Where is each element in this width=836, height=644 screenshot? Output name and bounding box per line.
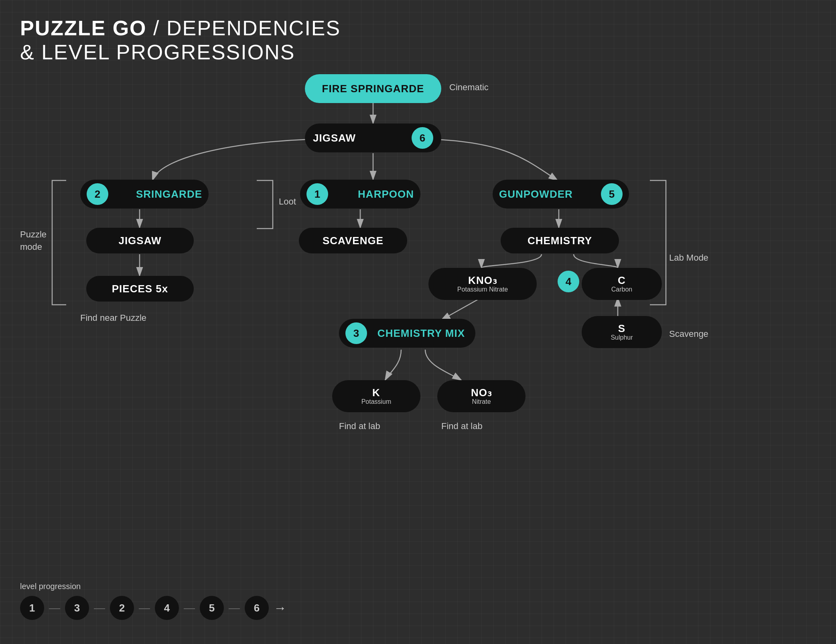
- sringarde-badge: 2: [87, 183, 108, 205]
- find-near-puzzle-label: Find near Puzzle: [80, 313, 146, 323]
- cinematic-label: Cinematic: [449, 82, 489, 93]
- dash-2: —: [94, 601, 105, 614]
- sulphur-label: S: [618, 323, 625, 334]
- chemistry-mix-label: CHEMISTRY MIX: [377, 328, 465, 339]
- scavenge-label: SCAVENGE: [323, 235, 384, 247]
- carbon-node: C Carbon: [582, 268, 662, 300]
- jigsaw-top-node: JIGSAW 6: [305, 124, 441, 152]
- level-progression-area: level progression 1 — 3 — 2 — 4 — 5 — 6 …: [20, 582, 286, 620]
- fire-springarde-node: FIRE SPRINGARDE: [305, 74, 441, 103]
- chemistry-main-label: CHEMISTRY: [528, 235, 592, 247]
- harpoon-node: 1 HARPOON: [300, 180, 420, 209]
- scavenge-side-label: Scavenge: [669, 329, 708, 339]
- kno3-sublabel: Potassium Nitrate: [457, 286, 508, 293]
- level-step-4[interactable]: 4: [155, 596, 179, 620]
- chemistry-mix-node: 3 CHEMISTRY MIX: [339, 319, 475, 348]
- sringarde-node: 2 SRINGARDE: [80, 180, 209, 209]
- level-step-6[interactable]: 6: [245, 596, 269, 620]
- level-progression-label: level progression: [20, 582, 286, 591]
- dash-5: —: [229, 601, 240, 614]
- pieces-5x-node: PIECES 5x: [86, 276, 194, 302]
- dash-1: —: [49, 601, 60, 614]
- lab-mode-label: Lab Mode: [669, 253, 708, 263]
- sulphur-sublabel: Sulphur: [611, 334, 633, 341]
- level-step-5[interactable]: 5: [200, 596, 224, 620]
- dash-4: —: [184, 601, 195, 614]
- level-arrow: →: [274, 601, 286, 616]
- chemistry-mix-badge: 3: [345, 322, 367, 344]
- title-line2: & LEVEL PROGRESSIONS: [20, 40, 341, 64]
- puzzle-mode-label: Puzzlemode: [20, 229, 47, 253]
- pieces-5x-label: PIECES 5x: [112, 283, 168, 295]
- level-step-1[interactable]: 1: [20, 596, 44, 620]
- jigsaw-mid-label: JIGSAW: [118, 235, 161, 247]
- sulphur-node: S Sulphur: [582, 316, 662, 348]
- carbon-label: C: [618, 275, 626, 286]
- chemistry-main-node: CHEMISTRY: [501, 228, 619, 253]
- nitrate-node: NO₃ Nitrate: [437, 380, 526, 412]
- potassium-label: K: [372, 387, 380, 399]
- carbon-sublabel: Carbon: [611, 286, 632, 293]
- nitrate-sublabel: Nitrate: [472, 398, 491, 405]
- jigsaw-mid-node: JIGSAW: [86, 228, 194, 253]
- level-step-3[interactable]: 3: [65, 596, 89, 620]
- find-at-lab-k-label: Find at lab: [339, 421, 380, 431]
- sringarde-label: SRINGARDE: [136, 188, 202, 200]
- badge-4: 4: [558, 271, 579, 292]
- harpoon-badge: 1: [306, 183, 328, 205]
- jigsaw-top-label: JIGSAW: [313, 132, 356, 144]
- potassium-sublabel: Potassium: [361, 398, 392, 405]
- fire-springarde-label: FIRE SPRINGARDE: [322, 83, 424, 95]
- title-area: PUZZLE GO / DEPENDENCIES & LEVEL PROGRES…: [20, 16, 341, 64]
- title-deps: / DEPENDENCIES: [147, 16, 341, 40]
- kno3-node: KNO₃ Potassium Nitrate: [428, 268, 537, 300]
- find-at-lab-no3-label: Find at lab: [441, 421, 483, 431]
- potassium-node: K Potassium: [332, 380, 420, 412]
- dash-3: —: [139, 601, 150, 614]
- level-step-2[interactable]: 2: [110, 596, 134, 620]
- nitrate-label: NO₃: [471, 387, 492, 399]
- harpoon-label: HARPOON: [358, 188, 414, 200]
- level-steps: 1 — 3 — 2 — 4 — 5 — 6 →: [20, 596, 286, 620]
- scavenge-node: SCAVENGE: [299, 228, 407, 253]
- loot-label: Loot: [279, 196, 296, 207]
- gunpowder-badge: 5: [601, 183, 623, 205]
- jigsaw-badge: 6: [412, 127, 433, 149]
- title-line1: PUZZLE GO / DEPENDENCIES: [20, 16, 341, 40]
- svg-line-8: [441, 298, 481, 320]
- title-puzzle-go: PUZZLE GO: [20, 16, 147, 40]
- gunpowder-label: GUNPOWDER: [499, 188, 573, 200]
- kno3-label: KNO₃: [468, 275, 497, 286]
- gunpowder-node: GUNPOWDER 5: [493, 180, 629, 209]
